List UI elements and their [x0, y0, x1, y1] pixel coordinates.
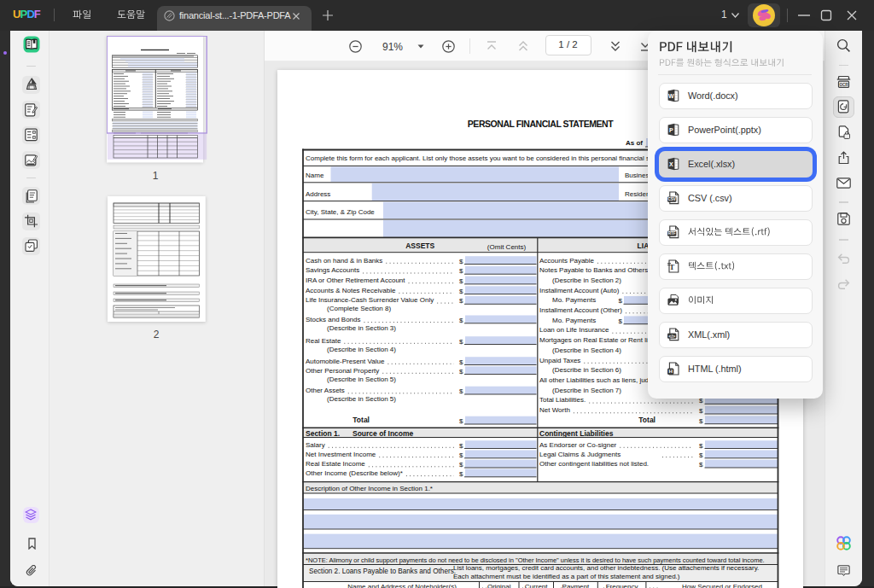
svg-text:$: $ — [459, 387, 463, 395]
svg-text:Real Estate Income: Real Estate Income — [306, 460, 365, 468]
svg-text:$: $ — [619, 297, 623, 305]
svg-text:City, State, & Zip Code: City, State, & Zip Code — [306, 208, 375, 216]
svg-text:Accounts & Notes Receivable: Accounts & Notes Receivable — [306, 287, 396, 294]
svg-text:(Complete Section 8): (Complete Section 8) — [327, 305, 391, 312]
svg-text:Total: Total — [353, 416, 370, 424]
svg-text:$: $ — [459, 317, 463, 324]
svg-text:$: $ — [699, 442, 703, 450]
svg-text:Each attachment must be identi: Each attachment must be identified as a … — [453, 573, 680, 580]
svg-text:Contingent Liabilities: Contingent Liabilities — [539, 429, 614, 438]
svg-text:RTF: RTF — [668, 231, 676, 236]
svg-text:$: $ — [459, 451, 463, 459]
svg-text:Savings Accounts: Savings Accounts — [306, 266, 359, 274]
svg-text:Current: Current — [525, 583, 548, 588]
svg-text:Accounts Payable: Accounts Payable — [539, 257, 595, 265]
svg-text:Name: Name — [306, 172, 324, 179]
svg-text:Mortgages on Real Estate or Re: Mortgages on Real Estate or Rent listed — [539, 336, 661, 344]
svg-text:$: $ — [459, 277, 463, 285]
svg-text:Other Assets: Other Assets — [306, 387, 345, 394]
svg-text:Section 1.: Section 1. — [306, 429, 340, 438]
svg-text:$: $ — [459, 358, 463, 366]
svg-text:$: $ — [699, 461, 703, 469]
svg-text:Notes Payable to Banks and Oth: Notes Payable to Banks and Others, — [539, 266, 650, 274]
svg-text:Other contingent liabilities n: Other contingent liabilities not listed. — [539, 460, 649, 468]
svg-text:(Describe in Section 7): (Describe in Section 7) — [552, 387, 621, 394]
svg-text:Cash on hand & in Banks: Cash on hand & in Banks — [306, 257, 382, 265]
svg-text:</>: </> — [668, 334, 675, 339]
svg-text:Net Investment Income: Net Investment Income — [306, 451, 376, 458]
svg-text:$: $ — [699, 407, 703, 415]
svg-text:Total Liabilities.: Total Liabilities. — [539, 396, 586, 404]
svg-text:Stocks and Bonds: Stocks and Bonds — [306, 316, 360, 323]
svg-text:Life Insurance-Cash Surrender: Life Insurance-Cash Surrender Value Only — [306, 296, 434, 304]
svg-text:Loan on Life Insurance: Loan on Life Insurance — [539, 326, 609, 334]
svg-text:$: $ — [459, 442, 463, 450]
svg-text:As of: As of — [626, 139, 643, 147]
svg-text:T: T — [669, 263, 674, 271]
svg-text:Net Worth: Net Worth — [539, 406, 570, 414]
svg-text:$: $ — [459, 470, 463, 478]
svg-text:Other Personal Property: Other Personal Property — [306, 367, 379, 375]
svg-text:Mo. Payments: Mo. Payments — [552, 296, 596, 304]
svg-text:CSV: CSV — [667, 197, 676, 201]
svg-text:Description of Other Income in: Description of Other Income in Section 1… — [306, 485, 433, 492]
svg-text:(Describe in Section 3): (Describe in Section 3) — [327, 324, 396, 332]
svg-text:(Omit Cents): (Omit Cents) — [487, 243, 527, 251]
svg-text:Installment Account (Auto): Installment Account (Auto) — [539, 287, 620, 294]
svg-text:*NOTE: Alimony or child suppor: *NOTE: Alimony or child support payments… — [306, 556, 765, 564]
svg-text:(Describe in Section 4): (Describe in Section 4) — [327, 346, 396, 353]
svg-text:Mo. Payments: Mo. Payments — [552, 317, 596, 324]
svg-text:ASSETS: ASSETS — [405, 242, 434, 250]
svg-text:Unpaid Taxes: Unpaid Taxes — [539, 357, 580, 364]
svg-text:Salary: Salary — [306, 441, 325, 449]
svg-text:OCR: OCR — [839, 83, 848, 87]
svg-text:$: $ — [459, 297, 463, 305]
svg-text:$: $ — [619, 317, 623, 325]
svg-text:Installment Account (Other): Installment Account (Other) — [539, 306, 622, 314]
svg-text:Address: Address — [306, 190, 330, 198]
svg-text:Name and Address of Noteholder: Name and Address of Noteholder(s) — [347, 583, 457, 588]
svg-text:Section 2. Loans Payable to Ba: Section 2. Loans Payable to Banks and Ot… — [309, 568, 456, 575]
svg-text:Other Income (Describe below)*: Other Income (Describe below)* — [306, 469, 403, 477]
svg-text:All other Liabilities such as: All other Liabilities such as liens, jud… — [539, 376, 662, 384]
svg-text:(Describe in Section 5): (Describe in Section 5) — [327, 376, 396, 383]
svg-text:Source of Income: Source of Income — [353, 429, 414, 438]
svg-text:(Describe in Section 4): (Describe in Section 4) — [552, 346, 621, 354]
svg-text:$: $ — [699, 451, 703, 459]
svg-text:(Describe in Section 5): (Describe in Section 5) — [327, 395, 396, 403]
svg-text:(Describe in Section 6): (Describe in Section 6) — [552, 366, 621, 374]
svg-text:H: H — [668, 368, 673, 374]
svg-text:How Secured or Endorsed: How Secured or Endorsed — [682, 583, 762, 588]
svg-text:$: $ — [459, 267, 463, 275]
svg-text:PERSONAL FINANCIAL STATEMENT: PERSONAL FINANCIAL STATEMENT — [468, 119, 614, 129]
svg-text:Automobile-Present Value: Automobile-Present Value — [306, 358, 385, 365]
svg-text:$: $ — [459, 417, 463, 425]
svg-text:Original: Original — [487, 583, 511, 588]
svg-text:$: $ — [459, 338, 463, 346]
svg-text:IRA or Other Retirement Accoun: IRA or Other Retirement Account — [306, 277, 405, 284]
svg-text:W: W — [668, 93, 674, 99]
svg-text:$: $ — [459, 288, 463, 295]
svg-text:$: $ — [459, 258, 463, 265]
svg-text:P: P — [669, 127, 673, 133]
svg-text:Total: Total — [638, 416, 656, 424]
svg-text:As Endorser or Co-signer: As Endorser or Co-signer — [539, 441, 617, 449]
svg-text:Frequency: Frequency — [606, 583, 638, 588]
svg-text:(Describe in Section 2): (Describe in Section 2) — [552, 277, 621, 284]
svg-text:X: X — [669, 161, 673, 167]
svg-text:Legal Claims & Judgments: Legal Claims & Judgments — [539, 451, 621, 458]
svg-text:$: $ — [459, 368, 463, 376]
svg-text:Payment: Payment — [562, 583, 590, 588]
svg-text:$: $ — [459, 461, 463, 469]
svg-text:Real Estate: Real Estate — [306, 337, 341, 345]
svg-text:$: $ — [699, 417, 703, 425]
